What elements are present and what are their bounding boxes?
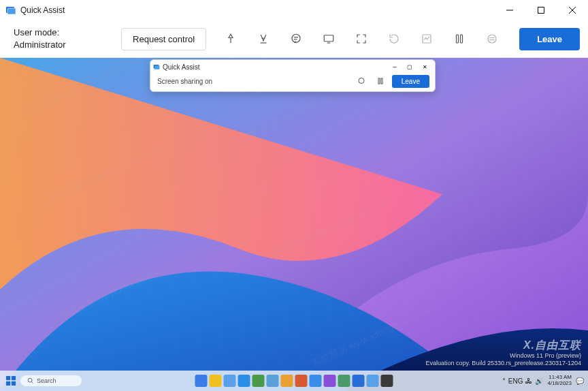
app-icon bbox=[5, 5, 16, 16]
remote-notif-leave-button[interactable]: Leave bbox=[392, 75, 429, 88]
taskbar-app-8[interactable] bbox=[295, 375, 308, 387]
user-mode-value: Administrator bbox=[14, 39, 66, 51]
taskbar-app-2[interactable] bbox=[210, 375, 222, 387]
titlebar: Quick Assist bbox=[0, 0, 588, 20]
toggle-fullscreen-icon[interactable] bbox=[348, 27, 375, 51]
search-placeholder: Search bbox=[37, 377, 56, 384]
user-mode-indicator: User mode: Administrator bbox=[14, 27, 66, 50]
taskbar-app-9[interactable] bbox=[310, 375, 322, 387]
windows-watermark: Windows 11 Pro (preview) Evaluation copy… bbox=[426, 352, 582, 368]
svg-rect-15 bbox=[457, 35, 459, 43]
remote-notif-maximize[interactable]: ▢ bbox=[402, 61, 417, 73]
brand-watermark: X.自由互联 bbox=[523, 339, 581, 353]
svg-rect-26 bbox=[6, 376, 10, 380]
clock-date: 4/18/2023 bbox=[547, 381, 572, 387]
svg-rect-12 bbox=[324, 35, 333, 42]
svg-rect-25 bbox=[381, 78, 382, 84]
toolbar: User mode: Administrator Request control… bbox=[0, 20, 588, 58]
chat-icon[interactable] bbox=[282, 27, 310, 51]
remote-notif-close[interactable]: ✕ bbox=[417, 61, 432, 73]
close-button[interactable] bbox=[557, 0, 588, 20]
maximize-button[interactable] bbox=[525, 0, 557, 20]
svg-rect-1 bbox=[7, 8, 16, 14]
start-button[interactable] bbox=[4, 374, 18, 388]
remote-notif-status: Screen sharing on bbox=[157, 78, 350, 85]
svg-point-9 bbox=[292, 34, 300, 42]
taskbar-app-7[interactable] bbox=[281, 375, 293, 387]
minimize-button[interactable] bbox=[494, 0, 525, 20]
remote-notif-pause-icon[interactable] bbox=[373, 74, 388, 88]
taskbar-app-12[interactable] bbox=[353, 375, 365, 387]
restart-icon[interactable] bbox=[380, 27, 408, 51]
taskbar-apps bbox=[195, 375, 393, 387]
remote-notif-title: Quick Assist bbox=[163, 63, 387, 71]
tray-network-icon[interactable]: 🖧 bbox=[525, 377, 532, 385]
watermark-line1: Windows 11 Pro (preview) bbox=[426, 352, 582, 360]
system-tray[interactable]: ˄ ENG 🖧 🔊 bbox=[502, 377, 544, 385]
tray-volume-icon[interactable]: 🔊 bbox=[535, 377, 543, 385]
taskbar-app-5[interactable] bbox=[252, 375, 265, 387]
task-manager-icon[interactable] bbox=[413, 27, 440, 51]
actual-size-icon[interactable] bbox=[315, 27, 342, 51]
remote-notification-bar[interactable]: Quick Assist ─ ▢ ✕ Screen sharing on Lea… bbox=[150, 59, 436, 92]
remote-taskbar[interactable]: Search ˄ ENG 🖧 🔊 bbox=[0, 371, 588, 391]
svg-point-30 bbox=[28, 378, 32, 382]
laser-pointer-icon[interactable] bbox=[217, 27, 244, 51]
svg-rect-24 bbox=[378, 78, 380, 84]
taskbar-app-11[interactable] bbox=[338, 375, 350, 387]
svg-rect-3 bbox=[538, 7, 544, 14]
remote-notif-titlebar: Quick Assist ─ ▢ ✕ bbox=[150, 60, 435, 74]
window-controls bbox=[494, 0, 588, 20]
svg-rect-28 bbox=[6, 381, 10, 386]
svg-line-31 bbox=[31, 381, 33, 383]
taskbar-clock[interactable]: 11:43 AM 4/18/2023 bbox=[547, 375, 572, 387]
request-control-button[interactable]: Request control bbox=[121, 28, 206, 50]
taskbar-app-13[interactable] bbox=[367, 375, 379, 387]
settings-icon[interactable] bbox=[478, 27, 506, 51]
svg-rect-29 bbox=[12, 381, 16, 386]
svg-rect-22 bbox=[154, 65, 160, 69]
remote-screen[interactable]: 系统部落 www.xitongbuluo.com 系统部落 www.xitong… bbox=[0, 58, 588, 391]
remote-notif-minimize[interactable]: ─ bbox=[387, 61, 402, 73]
svg-point-17 bbox=[488, 35, 496, 43]
svg-rect-27 bbox=[12, 376, 16, 380]
taskbar-app-6[interactable] bbox=[267, 375, 279, 387]
tray-chevron-icon[interactable]: ˄ bbox=[502, 377, 506, 385]
taskbar-app-3[interactable] bbox=[224, 375, 236, 387]
pause-icon[interactable] bbox=[446, 27, 473, 51]
svg-point-23 bbox=[359, 78, 364, 84]
remote-notif-chat-icon[interactable] bbox=[354, 74, 369, 88]
taskbar-app-1[interactable] bbox=[195, 375, 208, 387]
taskbar-app-4[interactable] bbox=[238, 375, 250, 387]
taskbar-search[interactable]: Search bbox=[20, 375, 82, 386]
taskbar-app-10[interactable] bbox=[324, 375, 336, 387]
tray-notifications-icon[interactable]: 💬 bbox=[576, 377, 584, 385]
annotation-icon[interactable] bbox=[250, 27, 277, 51]
titlebar-title: Quick Assist bbox=[20, 5, 494, 15]
user-mode-label: User mode: bbox=[14, 27, 66, 39]
svg-rect-16 bbox=[461, 35, 463, 43]
taskbar-app-14[interactable] bbox=[381, 375, 393, 387]
leave-button[interactable]: Leave bbox=[519, 28, 580, 50]
watermark-line2: Evaluation copy. Build 25330.rs_prerelea… bbox=[426, 360, 582, 368]
tray-lang[interactable]: ENG bbox=[508, 377, 523, 385]
wallpaper bbox=[0, 58, 588, 391]
